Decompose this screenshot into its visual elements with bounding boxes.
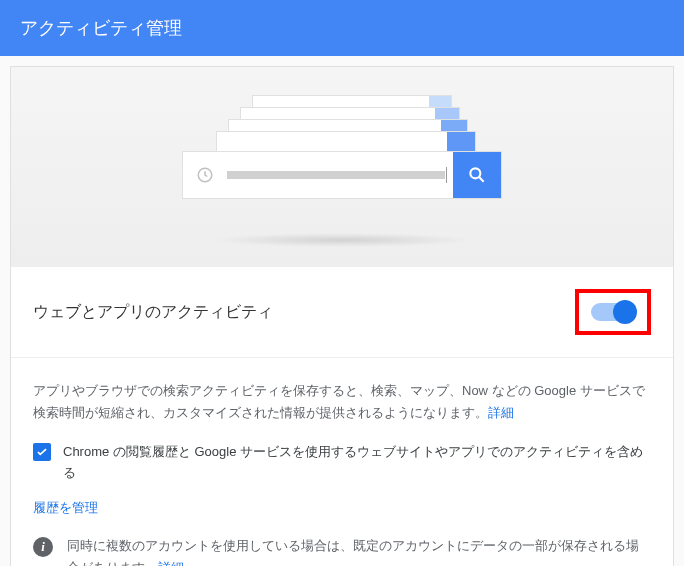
- illustration-banner: [11, 67, 673, 267]
- activity-card: ウェブとアプリのアクティビティ アプリやブラウザでの検索アクティビティを保存する…: [10, 66, 674, 566]
- info-row: i 同時に複数のアカウントを使用している場合は、既定のアカウントにデータの一部が…: [33, 535, 651, 566]
- section-title-text: ウェブとアプリのアクティビティ: [33, 302, 273, 323]
- info-learn-more-link[interactable]: 詳細: [158, 560, 184, 566]
- search-bar-mock: [182, 151, 502, 199]
- activity-toggle[interactable]: [591, 303, 635, 321]
- content-area: ウェブとアプリのアクティビティ アプリやブラウザでの検索アクティビティを保存する…: [0, 56, 684, 566]
- learn-more-link[interactable]: 詳細: [488, 405, 514, 420]
- checkbox-label: Chrome の閲覧履歴と Google サービスを使用するウェブサイトやアプリ…: [63, 442, 651, 484]
- page-header: アクティビティ管理: [0, 0, 684, 56]
- section-body: アプリやブラウザでの検索アクティビティを保存すると、検索、マップ、Now などの…: [11, 358, 673, 566]
- highlight-box: [575, 289, 651, 335]
- section-header: ウェブとアプリのアクティビティ: [11, 267, 673, 358]
- include-chrome-checkbox[interactable]: [33, 443, 51, 461]
- description-text: アプリやブラウザでの検索アクティビティを保存すると、検索、マップ、Now などの…: [33, 380, 651, 424]
- include-chrome-row: Chrome の閲覧履歴と Google サービスを使用するウェブサイトやアプリ…: [33, 442, 651, 484]
- search-stack-illustration: [182, 95, 502, 215]
- svg-point-1: [470, 168, 480, 178]
- info-text: 同時に複数のアカウントを使用している場合は、既定のアカウントにデータの一部が保存…: [67, 535, 651, 566]
- page-title: アクティビティ管理: [20, 18, 182, 38]
- manage-history-link[interactable]: 履歴を管理: [33, 499, 98, 517]
- clock-icon: [183, 166, 227, 184]
- search-button-mock: [453, 152, 501, 198]
- info-icon: i: [33, 537, 53, 557]
